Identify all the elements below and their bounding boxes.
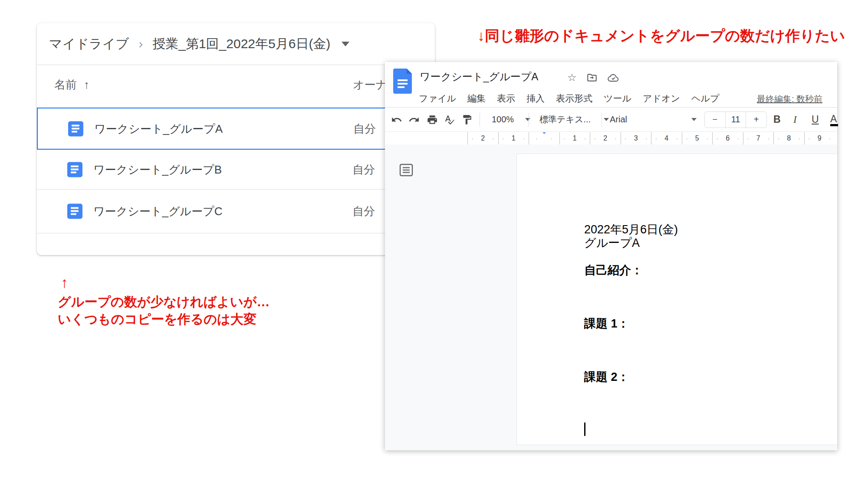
- ruler-unit: ·9·: [804, 132, 835, 144]
- redo-icon[interactable]: [408, 114, 420, 125]
- breadcrumb: マイドライブ › 授業_第1回_2022年5月6日(金): [49, 23, 349, 65]
- chevron-down-icon: [691, 118, 697, 121]
- font-family-value: Arial: [610, 115, 627, 124]
- font-family-select[interactable]: Arial: [610, 115, 697, 124]
- ruler-ticks: ·2··1····1··2··3··4··5··6··7··8··9·: [467, 132, 835, 144]
- toolbar-separator: [480, 113, 480, 127]
- chevron-down-icon: [604, 118, 609, 121]
- document-status-cloud-icon[interactable]: [607, 72, 619, 84]
- ruler-unit: ··: [529, 132, 559, 144]
- ruler-unit: ·3·: [621, 132, 651, 144]
- menu-tools[interactable]: ツール: [604, 92, 631, 105]
- menu-edit[interactable]: 編集: [467, 92, 486, 105]
- annotation-few-groups: グループの数が少なければよいが…: [58, 293, 270, 311]
- document-title[interactable]: ワークシート_グループA: [420, 70, 538, 84]
- chevron-down-icon: [525, 118, 530, 121]
- file-row-group-a[interactable]: ワークシート_グループA 自分: [37, 108, 435, 150]
- ruler[interactable]: ·2··1····1··2··3··4··5··6··7··8··9·: [385, 132, 837, 144]
- menu-addons[interactable]: アドオン: [643, 92, 680, 105]
- ruler-unit: ·1·: [498, 132, 529, 144]
- file-owner: 自分: [353, 121, 376, 136]
- ruler-unit: ·8·: [773, 132, 804, 144]
- file-list-header: 名前 ↑ オーナ: [37, 65, 435, 108]
- document-page[interactable]: 2022年5月6日(金) グループA 自己紹介： 課題 1： 課題 2：: [516, 154, 837, 445]
- file-name: ワークシート_グループA: [94, 121, 223, 136]
- document-canvas: 2022年5月6日(金) グループA 自己紹介： 課題 1： 課題 2：: [385, 144, 837, 450]
- text-cursor: [584, 422, 585, 436]
- docs-file-icon: [67, 162, 82, 177]
- docs-file-icon: [67, 204, 82, 219]
- text-color-button[interactable]: A: [830, 113, 838, 126]
- ruler-unit: ·6·: [712, 132, 743, 144]
- doc-heading-task2: 課題 2：: [584, 369, 629, 385]
- paint-format-icon[interactable]: [461, 114, 473, 125]
- ruler-unit: ·5·: [682, 132, 713, 144]
- sort-ascending-icon[interactable]: ↑: [84, 78, 89, 92]
- annotation-make-copies: ↓同じ雛形のドキュメントをグループの数だけ作りたい: [477, 26, 845, 46]
- menu-file[interactable]: ファイル: [419, 92, 456, 105]
- column-name-label: 名前: [54, 77, 77, 92]
- font-size-value[interactable]: 11: [725, 112, 746, 128]
- file-row-group-c[interactable]: ワークシート_グループC 自分: [37, 190, 435, 233]
- paragraph-style-value: 標準テキス...: [539, 114, 591, 125]
- toolbar-separator: [602, 113, 602, 127]
- google-docs-window: ワークシート_グループA ☆ ファイル 編集 表示 挿入 表示形式 ツール アド…: [385, 62, 837, 450]
- breadcrumb-my-drive[interactable]: マイドライブ: [49, 35, 129, 53]
- google-docs-logo-icon[interactable]: [393, 69, 412, 95]
- text-color-letter: A: [830, 113, 837, 124]
- file-name: ワークシート_グループC: [93, 204, 223, 219]
- docs-file-icon: [68, 121, 83, 136]
- column-header-name[interactable]: 名前 ↑: [54, 77, 89, 92]
- font-size-stepper: − 11 +: [704, 111, 767, 128]
- toolbar-separator: [529, 113, 529, 127]
- ruler-unit: ·1·: [559, 132, 590, 144]
- print-icon[interactable]: [427, 114, 438, 125]
- annotation-many-copies: いくつものコピーを作るのは大変: [58, 311, 256, 328]
- doc-heading-task1: 課題 1：: [584, 316, 629, 331]
- indent-marker[interactable]: [540, 134, 549, 142]
- undo-icon[interactable]: [391, 114, 402, 125]
- show-outline-icon[interactable]: [399, 164, 413, 178]
- paragraph-style-select[interactable]: 標準テキス...: [539, 114, 609, 125]
- file-owner: 自分: [352, 204, 375, 219]
- font-size-decrease-button[interactable]: −: [705, 112, 725, 128]
- font-size-increase-button[interactable]: +: [746, 112, 766, 128]
- file-name: ワークシート_グループB: [93, 162, 222, 177]
- menu-help[interactable]: ヘルプ: [691, 92, 719, 105]
- column-header-owner[interactable]: オーナ: [353, 77, 387, 92]
- doc-heading-intro: 自己紹介：: [584, 262, 643, 278]
- zoom-select[interactable]: 100%: [492, 115, 530, 124]
- drive-file-list-window: マイドライブ › 授業_第1回_2022年5月6日(金) 名前 ↑ オーナ ワー…: [37, 23, 435, 255]
- annotation-up-arrow: ↑: [61, 274, 68, 291]
- last-edit-link[interactable]: 最終編集: 数秒前: [757, 93, 822, 105]
- menu-insert[interactable]: 挿入: [526, 92, 545, 105]
- chevron-right-icon: ›: [138, 36, 143, 51]
- folder-dropdown-icon[interactable]: [342, 42, 349, 46]
- menu-view[interactable]: 表示: [497, 92, 515, 105]
- star-icon[interactable]: ☆: [567, 72, 577, 84]
- breadcrumb-current-folder[interactable]: 授業_第1回_2022年5月6日(金): [152, 35, 330, 53]
- menu-format[interactable]: 表示形式: [556, 92, 592, 105]
- spellcheck-icon[interactable]: [444, 114, 455, 125]
- move-to-folder-icon[interactable]: [586, 72, 598, 83]
- zoom-value: 100%: [492, 115, 514, 124]
- ruler-unit: ·4·: [651, 132, 682, 144]
- ruler-unit: ·7·: [743, 132, 774, 144]
- bold-button[interactable]: B: [773, 114, 781, 125]
- doc-line-group: グループA: [584, 235, 640, 251]
- file-row-group-b[interactable]: ワークシート_グループB 自分: [37, 150, 435, 190]
- ruler-unit: ·2·: [467, 132, 498, 144]
- menu-bar: ファイル 編集 表示 挿入 表示形式 ツール アドオン ヘルプ: [419, 91, 719, 106]
- italic-button[interactable]: I: [793, 114, 797, 125]
- ruler-unit: ·2·: [590, 132, 621, 144]
- file-owner: 自分: [352, 162, 375, 177]
- underline-button[interactable]: U: [812, 114, 819, 125]
- toolbar: 100% 標準テキス... Arial − 11 + B I U A: [385, 107, 837, 132]
